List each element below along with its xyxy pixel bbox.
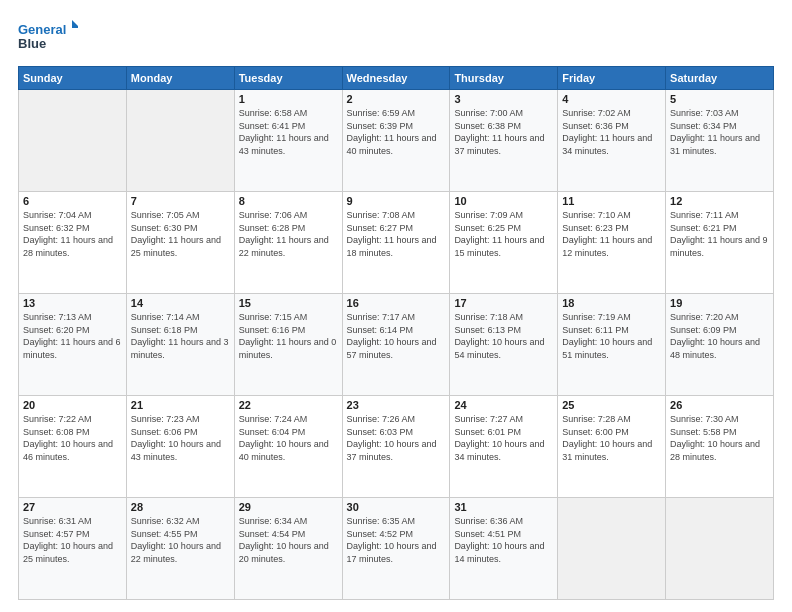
header-day-sunday: Sunday xyxy=(19,67,127,90)
day-number: 14 xyxy=(131,297,230,309)
calendar-cell: 25Sunrise: 7:28 AMSunset: 6:00 PMDayligh… xyxy=(558,396,666,498)
day-number: 4 xyxy=(562,93,661,105)
calendar-cell: 28Sunrise: 6:32 AMSunset: 4:55 PMDayligh… xyxy=(126,498,234,600)
calendar-cell: 3Sunrise: 7:00 AMSunset: 6:38 PMDaylight… xyxy=(450,90,558,192)
day-info: Sunrise: 6:35 AMSunset: 4:52 PMDaylight:… xyxy=(347,515,446,565)
header-day-thursday: Thursday xyxy=(450,67,558,90)
day-info: Sunrise: 7:26 AMSunset: 6:03 PMDaylight:… xyxy=(347,413,446,463)
calendar-table: SundayMondayTuesdayWednesdayThursdayFrid… xyxy=(18,66,774,600)
calendar-week-5: 27Sunrise: 6:31 AMSunset: 4:57 PMDayligh… xyxy=(19,498,774,600)
header-day-wednesday: Wednesday xyxy=(342,67,450,90)
calendar-cell: 26Sunrise: 7:30 AMSunset: 5:58 PMDayligh… xyxy=(666,396,774,498)
calendar-cell: 1Sunrise: 6:58 AMSunset: 6:41 PMDaylight… xyxy=(234,90,342,192)
calendar-cell xyxy=(666,498,774,600)
day-number: 12 xyxy=(670,195,769,207)
day-info: Sunrise: 7:13 AMSunset: 6:20 PMDaylight:… xyxy=(23,311,122,361)
day-info: Sunrise: 7:00 AMSunset: 6:38 PMDaylight:… xyxy=(454,107,553,157)
calendar-cell: 21Sunrise: 7:23 AMSunset: 6:06 PMDayligh… xyxy=(126,396,234,498)
day-info: Sunrise: 7:05 AMSunset: 6:30 PMDaylight:… xyxy=(131,209,230,259)
day-info: Sunrise: 7:03 AMSunset: 6:34 PMDaylight:… xyxy=(670,107,769,157)
calendar-cell: 30Sunrise: 6:35 AMSunset: 4:52 PMDayligh… xyxy=(342,498,450,600)
day-number: 13 xyxy=(23,297,122,309)
day-number: 9 xyxy=(347,195,446,207)
day-info: Sunrise: 6:34 AMSunset: 4:54 PMDaylight:… xyxy=(239,515,338,565)
calendar-cell: 19Sunrise: 7:20 AMSunset: 6:09 PMDayligh… xyxy=(666,294,774,396)
day-number: 24 xyxy=(454,399,553,411)
calendar-cell: 27Sunrise: 6:31 AMSunset: 4:57 PMDayligh… xyxy=(19,498,127,600)
day-info: Sunrise: 7:19 AMSunset: 6:11 PMDaylight:… xyxy=(562,311,661,361)
calendar-cell: 9Sunrise: 7:08 AMSunset: 6:27 PMDaylight… xyxy=(342,192,450,294)
svg-marker-2 xyxy=(72,20,78,28)
calendar-cell: 17Sunrise: 7:18 AMSunset: 6:13 PMDayligh… xyxy=(450,294,558,396)
calendar-cell: 12Sunrise: 7:11 AMSunset: 6:21 PMDayligh… xyxy=(666,192,774,294)
day-info: Sunrise: 7:18 AMSunset: 6:13 PMDaylight:… xyxy=(454,311,553,361)
day-info: Sunrise: 6:32 AMSunset: 4:55 PMDaylight:… xyxy=(131,515,230,565)
day-info: Sunrise: 7:06 AMSunset: 6:28 PMDaylight:… xyxy=(239,209,338,259)
day-number: 17 xyxy=(454,297,553,309)
day-info: Sunrise: 7:09 AMSunset: 6:25 PMDaylight:… xyxy=(454,209,553,259)
calendar-cell: 2Sunrise: 6:59 AMSunset: 6:39 PMDaylight… xyxy=(342,90,450,192)
calendar-cell: 8Sunrise: 7:06 AMSunset: 6:28 PMDaylight… xyxy=(234,192,342,294)
header-day-monday: Monday xyxy=(126,67,234,90)
day-info: Sunrise: 7:22 AMSunset: 6:08 PMDaylight:… xyxy=(23,413,122,463)
day-number: 15 xyxy=(239,297,338,309)
day-number: 21 xyxy=(131,399,230,411)
logo-svg: General Blue xyxy=(18,18,78,58)
day-info: Sunrise: 7:24 AMSunset: 6:04 PMDaylight:… xyxy=(239,413,338,463)
calendar-cell: 22Sunrise: 7:24 AMSunset: 6:04 PMDayligh… xyxy=(234,396,342,498)
calendar-cell: 18Sunrise: 7:19 AMSunset: 6:11 PMDayligh… xyxy=(558,294,666,396)
calendar-cell: 11Sunrise: 7:10 AMSunset: 6:23 PMDayligh… xyxy=(558,192,666,294)
calendar-week-1: 1Sunrise: 6:58 AMSunset: 6:41 PMDaylight… xyxy=(19,90,774,192)
day-info: Sunrise: 7:17 AMSunset: 6:14 PMDaylight:… xyxy=(347,311,446,361)
calendar-cell: 13Sunrise: 7:13 AMSunset: 6:20 PMDayligh… xyxy=(19,294,127,396)
day-number: 3 xyxy=(454,93,553,105)
day-number: 8 xyxy=(239,195,338,207)
day-number: 2 xyxy=(347,93,446,105)
day-number: 27 xyxy=(23,501,122,513)
day-info: Sunrise: 7:08 AMSunset: 6:27 PMDaylight:… xyxy=(347,209,446,259)
calendar-cell: 10Sunrise: 7:09 AMSunset: 6:25 PMDayligh… xyxy=(450,192,558,294)
day-info: Sunrise: 6:31 AMSunset: 4:57 PMDaylight:… xyxy=(23,515,122,565)
calendar-cell: 7Sunrise: 7:05 AMSunset: 6:30 PMDaylight… xyxy=(126,192,234,294)
calendar-cell: 6Sunrise: 7:04 AMSunset: 6:32 PMDaylight… xyxy=(19,192,127,294)
day-number: 19 xyxy=(670,297,769,309)
header-day-saturday: Saturday xyxy=(666,67,774,90)
day-number: 31 xyxy=(454,501,553,513)
calendar-cell: 24Sunrise: 7:27 AMSunset: 6:01 PMDayligh… xyxy=(450,396,558,498)
calendar-week-4: 20Sunrise: 7:22 AMSunset: 6:08 PMDayligh… xyxy=(19,396,774,498)
calendar-cell xyxy=(19,90,127,192)
calendar-cell: 16Sunrise: 7:17 AMSunset: 6:14 PMDayligh… xyxy=(342,294,450,396)
day-number: 6 xyxy=(23,195,122,207)
calendar-cell: 20Sunrise: 7:22 AMSunset: 6:08 PMDayligh… xyxy=(19,396,127,498)
day-number: 22 xyxy=(239,399,338,411)
header: General Blue xyxy=(18,18,774,58)
day-info: Sunrise: 7:28 AMSunset: 6:00 PMDaylight:… xyxy=(562,413,661,463)
calendar-cell: 15Sunrise: 7:15 AMSunset: 6:16 PMDayligh… xyxy=(234,294,342,396)
day-number: 10 xyxy=(454,195,553,207)
day-info: Sunrise: 7:10 AMSunset: 6:23 PMDaylight:… xyxy=(562,209,661,259)
calendar-cell: 29Sunrise: 6:34 AMSunset: 4:54 PMDayligh… xyxy=(234,498,342,600)
svg-text:Blue: Blue xyxy=(18,36,46,51)
day-info: Sunrise: 7:23 AMSunset: 6:06 PMDaylight:… xyxy=(131,413,230,463)
calendar-cell: 23Sunrise: 7:26 AMSunset: 6:03 PMDayligh… xyxy=(342,396,450,498)
calendar-cell: 4Sunrise: 7:02 AMSunset: 6:36 PMDaylight… xyxy=(558,90,666,192)
day-number: 16 xyxy=(347,297,446,309)
day-info: Sunrise: 7:27 AMSunset: 6:01 PMDaylight:… xyxy=(454,413,553,463)
day-info: Sunrise: 7:04 AMSunset: 6:32 PMDaylight:… xyxy=(23,209,122,259)
day-number: 5 xyxy=(670,93,769,105)
calendar-cell: 14Sunrise: 7:14 AMSunset: 6:18 PMDayligh… xyxy=(126,294,234,396)
day-info: Sunrise: 6:59 AMSunset: 6:39 PMDaylight:… xyxy=(347,107,446,157)
day-info: Sunrise: 6:36 AMSunset: 4:51 PMDaylight:… xyxy=(454,515,553,565)
calendar-cell xyxy=(126,90,234,192)
day-number: 11 xyxy=(562,195,661,207)
day-info: Sunrise: 7:15 AMSunset: 6:16 PMDaylight:… xyxy=(239,311,338,361)
calendar-cell: 31Sunrise: 6:36 AMSunset: 4:51 PMDayligh… xyxy=(450,498,558,600)
calendar-week-2: 6Sunrise: 7:04 AMSunset: 6:32 PMDaylight… xyxy=(19,192,774,294)
day-info: Sunrise: 7:30 AMSunset: 5:58 PMDaylight:… xyxy=(670,413,769,463)
day-info: Sunrise: 6:58 AMSunset: 6:41 PMDaylight:… xyxy=(239,107,338,157)
day-number: 1 xyxy=(239,93,338,105)
logo: General Blue xyxy=(18,18,78,58)
day-number: 28 xyxy=(131,501,230,513)
header-day-friday: Friday xyxy=(558,67,666,90)
day-number: 23 xyxy=(347,399,446,411)
